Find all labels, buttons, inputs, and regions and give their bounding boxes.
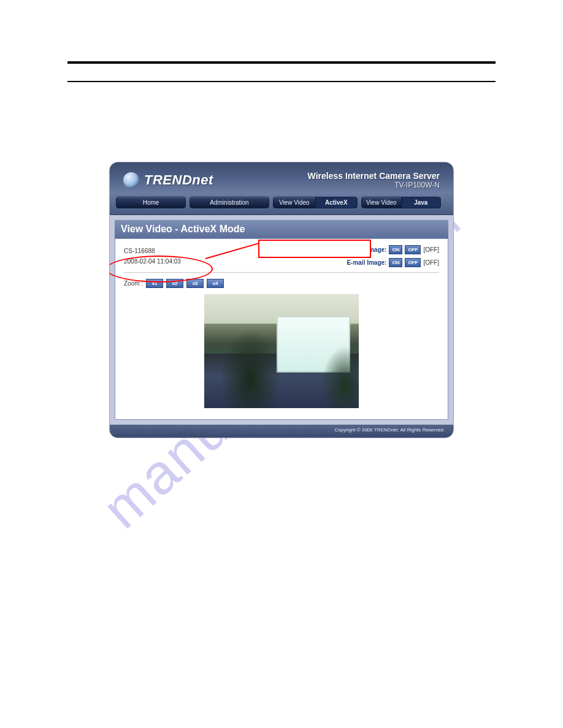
- zoom-x3-button[interactable]: x3: [186, 279, 204, 288]
- divider-thick: [67, 61, 496, 64]
- header-right: Wireless Internet Camera Server TV-IP100…: [308, 171, 440, 189]
- product-model: TV-IP100W-N: [308, 181, 440, 189]
- zoom-x1-button[interactable]: x1: [146, 279, 163, 288]
- zoom-label: Zoom :: [124, 280, 143, 287]
- inner-divider: [124, 272, 439, 273]
- nav-seg-view-video-java: View Video: [362, 197, 401, 208]
- upload-off-button[interactable]: OFF: [405, 245, 421, 254]
- upload-state: [OFF]: [423, 246, 439, 253]
- divider-thin: [67, 81, 496, 82]
- product-title: Wireless Internet Camera Server: [308, 171, 440, 181]
- upload-image-row: Upload Image: ON OFF [OFF]: [345, 245, 439, 254]
- panel-title: View Video - ActiveX Mode: [115, 220, 448, 238]
- app-header: TRENDnet Wireless Internet Camera Server…: [110, 162, 453, 193]
- email-image-row: E-mail Image: ON OFF [OFF]: [347, 258, 439, 267]
- nav-seg-activex: ActiveX: [315, 197, 358, 208]
- timestamp: 2008-02-04 11:04:03: [124, 258, 181, 265]
- email-image-label: E-mail Image:: [347, 259, 386, 266]
- video-window-highlight: [277, 316, 350, 373]
- upload-image-label: Upload Image:: [345, 246, 387, 253]
- nav-seg-java: Java: [401, 197, 441, 208]
- brand-logo-icon: [123, 172, 139, 188]
- brand: TRENDnet: [123, 172, 213, 188]
- zoom-x4-button[interactable]: x4: [207, 279, 224, 288]
- nav-administration[interactable]: Administration: [190, 197, 269, 208]
- document-page: TRENDnet Wireless Internet Camera Server…: [0, 0, 563, 561]
- nav-home[interactable]: Home: [116, 197, 186, 208]
- zoom-row: Zoom : x1 x2 x3 x4: [124, 279, 439, 288]
- video-feed: [204, 294, 359, 408]
- brand-name: TRENDnet: [144, 172, 213, 188]
- footer-copyright: Copyright © 2006 TRENDnet. All Rights Re…: [110, 425, 453, 438]
- camera-id: CS-116688: [124, 248, 181, 254]
- meta-right: Upload Image: ON OFF [OFF] E-mail Image:…: [345, 245, 439, 267]
- email-state: [OFF]: [423, 259, 439, 266]
- meta-left: CS-116688 2008-02-04 11:04:03: [124, 248, 181, 265]
- email-on-button[interactable]: ON: [389, 258, 402, 267]
- meta-row: CS-116688 2008-02-04 11:04:03 Upload Ima…: [124, 245, 439, 267]
- nav-bar: Home Administration View Video ActiveX V…: [110, 193, 453, 215]
- camera-ui-screenshot: TRENDnet Wireless Internet Camera Server…: [109, 162, 454, 438]
- nav-view-video-activex[interactable]: View Video ActiveX: [273, 197, 358, 208]
- nav-seg-view-video: View Video: [274, 197, 315, 208]
- content-frame: View Video - ActiveX Mode CS-116688 2008…: [110, 215, 453, 425]
- upload-on-button[interactable]: ON: [389, 245, 402, 254]
- email-off-button[interactable]: OFF: [405, 258, 421, 267]
- brand-text: TRENDnet: [144, 172, 213, 188]
- zoom-x2-button[interactable]: x2: [166, 279, 183, 288]
- panel-body: CS-116688 2008-02-04 11:04:03 Upload Ima…: [115, 238, 448, 420]
- nav-view-video-java[interactable]: View Video Java: [361, 197, 441, 208]
